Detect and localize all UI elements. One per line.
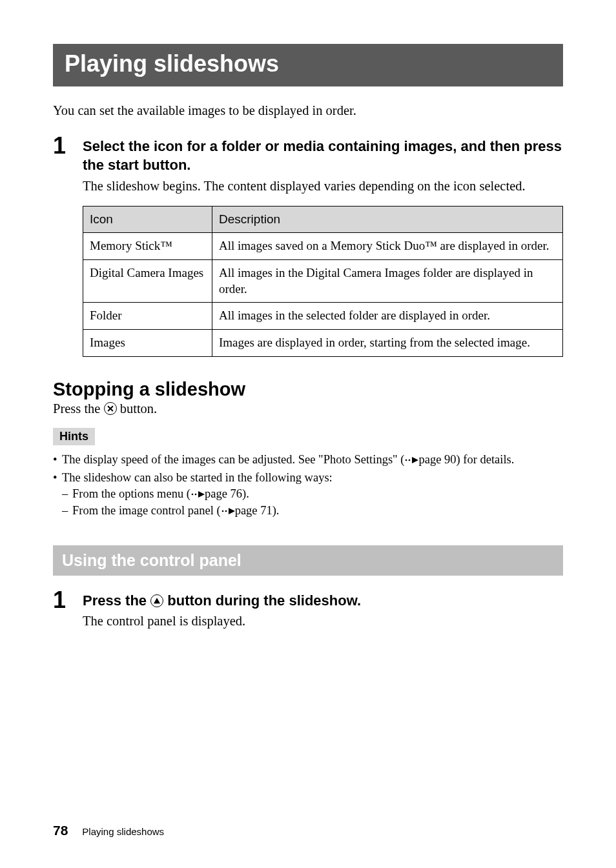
svg-point-6 xyxy=(221,510,223,512)
table-row: Digital Camera Images All images in the … xyxy=(83,260,563,303)
table-row: Images Images are displayed in order, st… xyxy=(83,330,563,357)
hints-label: Hints xyxy=(53,428,95,445)
press-text-pre: Press the xyxy=(53,401,104,416)
svg-marker-2 xyxy=(412,457,418,463)
manual-page: Playing slideshows You can set the avail… xyxy=(0,0,616,868)
page-number: 78 xyxy=(53,823,68,838)
cell-desc: Images are displayed in order, starting … xyxy=(212,330,563,357)
cell-icon: Memory Stick™ xyxy=(83,233,212,260)
page-footer: 78 Playing slideshows xyxy=(53,823,164,838)
page-ref-icon xyxy=(221,503,235,520)
icon-description-table: Icon Description Memory Stick™ All image… xyxy=(83,206,563,357)
page-title: Playing slideshows xyxy=(65,50,551,77)
sub-text-pre: From the image control panel ( xyxy=(72,504,221,517)
step-title: Select the icon for a folder or media co… xyxy=(83,137,563,175)
step-body: Press the button during the slideshow. T… xyxy=(83,589,563,641)
step-2: 1 Press the button during the slideshow.… xyxy=(53,589,563,641)
step-1: 1 Select the icon for a folder or media … xyxy=(53,134,563,374)
step-number: 1 xyxy=(53,589,68,612)
footer-section-name: Playing slideshows xyxy=(82,826,164,837)
svg-point-0 xyxy=(406,459,407,461)
hints-list: The display speed of the images can be a… xyxy=(53,452,563,520)
table-row: Folder All images in the selected folder… xyxy=(83,303,563,330)
sub-text-post: page 76). xyxy=(205,487,249,500)
title-post: button during the slideshow. xyxy=(163,592,361,609)
sub-text-post: page 71). xyxy=(235,504,280,517)
press-text-post: button. xyxy=(117,401,158,416)
svg-point-1 xyxy=(409,459,411,461)
stopping-heading: Stopping a slideshow xyxy=(53,379,563,400)
cross-button-icon xyxy=(104,402,117,415)
page-ref-icon xyxy=(190,487,205,503)
sub-text-pre: From the options menu ( xyxy=(72,487,190,500)
col-header-description: Description xyxy=(212,206,563,233)
intro-text: You can set the available images to be d… xyxy=(53,102,563,120)
cell-icon: Images xyxy=(83,330,212,357)
hint-text-post: page 90) for details. xyxy=(418,453,514,466)
cell-desc: All images saved on a Memory Stick Duo™ … xyxy=(212,233,563,260)
cell-icon: Digital Camera Images xyxy=(83,260,212,303)
step-description: The slideshow begins. The content displa… xyxy=(83,177,563,196)
title-pre: Press the xyxy=(83,592,150,609)
cell-icon: Folder xyxy=(83,303,212,330)
step-body: Select the icon for a folder or media co… xyxy=(83,134,563,374)
hint-item: The display speed of the images can be a… xyxy=(53,452,563,469)
hint-sublist: From the options menu (page 76). From th… xyxy=(62,486,563,520)
stopping-instruction: Press the button. xyxy=(53,401,563,416)
svg-point-3 xyxy=(192,493,194,495)
svg-marker-8 xyxy=(229,508,235,514)
page-ref-icon xyxy=(404,452,418,469)
hint-text-pre: The display speed of the images can be a… xyxy=(62,453,404,466)
triangle-button-icon xyxy=(150,594,163,607)
col-header-icon: Icon xyxy=(83,206,212,233)
table-header-row: Icon Description xyxy=(83,206,563,233)
table-row: Memory Stick™ All images saved on a Memo… xyxy=(83,233,563,260)
hint-subitem: From the options menu (page 76). xyxy=(62,486,563,503)
svg-point-7 xyxy=(225,510,227,512)
section-title: Using the control panel xyxy=(62,551,554,570)
section-bar: Using the control panel xyxy=(53,545,563,576)
svg-marker-5 xyxy=(198,491,205,498)
step-title: Press the button during the slideshow. xyxy=(83,591,563,611)
cell-desc: All images in the Digital Camera Images … xyxy=(212,260,563,303)
svg-point-4 xyxy=(195,493,197,495)
step-description: The control panel is displayed. xyxy=(83,612,563,631)
hint-subitem: From the image control panel (page 71). xyxy=(62,503,563,520)
hint-item: The slideshow can also be started in the… xyxy=(53,470,563,520)
page-title-bar: Playing slideshows xyxy=(53,44,563,86)
cell-desc: All images in the selected folder are di… xyxy=(212,303,563,330)
hint-text: The slideshow can also be started in the… xyxy=(62,471,333,484)
step-number: 1 xyxy=(53,134,68,157)
